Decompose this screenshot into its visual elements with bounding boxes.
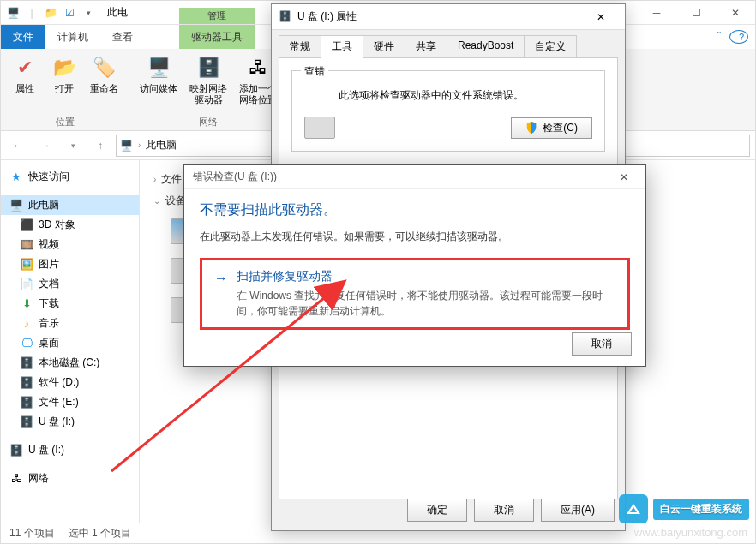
nav-videos[interactable]: 🎞️视频 [1,235,139,254]
nav-desktop[interactable]: 🖵桌面 [1,333,139,353]
nav-pictures[interactable]: 🖼️图片 [1,254,139,274]
nav-network[interactable]: 🖧网络 [1,469,139,488]
tab-computer[interactable]: 计算机 [45,25,100,49]
pc-icon: 🖥️ [9,199,23,212]
maximize-button[interactable]: ☐ [676,1,716,25]
rename-button[interactable]: 🏷️重命名 [87,52,122,96]
map-drive-button[interactable]: 🗄️映射网络 驱动器 [186,52,231,107]
network-icon: 🖧 [9,472,23,486]
star-icon: ★ [9,170,23,184]
close-button[interactable]: ✕ [716,1,755,25]
quick-access-toolbar: 🖥️ | 📁 ☑ ▾ [1,4,100,21]
error-description: 在此驱动器上未发现任何错误。如果需要，可以继续扫描该驱动器。 [200,230,630,244]
status-selected: 选中 1 个项目 [69,526,131,541]
error-check-dialog: 错误检查(U 盘 (I:)) ✕ 不需要扫描此驱动器。 在此驱动器上未发现任何错… [183,164,646,367]
map-drive-icon: 🗄️ [195,54,222,81]
harddisk-icon [304,117,335,139]
dialog-tabs: 常规 工具 硬件 共享 ReadyBoost 自定义 [272,30,625,58]
help-icon[interactable]: ? [729,30,748,44]
rename-icon: 🏷️ [91,54,118,81]
nav-usb-i[interactable]: 🗄️U 盘 (I:) [1,412,139,432]
error-heading: 不需要扫描此驱动器。 [200,201,630,219]
scan-repair-option[interactable]: → 扫描并修复驱动器 在 Windows 查找并修复任何错误时，将不能使用驱动器… [200,258,630,330]
pc-icon: 🖥️ [120,140,133,152]
drive-icon: 🗄️ [20,396,33,409]
drive-icon: 🗄️ [20,376,33,390]
properties-button[interactable]: ✔属性 [8,52,42,96]
cancel-button[interactable]: 取消 [474,499,534,522]
nav-downloads[interactable]: ⬇下载 [1,294,139,314]
dialog-title: U 盘 (I:) 属性 [297,9,584,24]
properties-icon: ✔ [11,54,39,81]
watermark: 白云一键重装系统 [619,494,749,523]
nav-doc-e[interactable]: 🗄️文件 (E:) [1,392,139,412]
minimize-button[interactable]: ─ [637,1,676,25]
group-label-network: 网络 [136,114,280,129]
open-button[interactable]: 📂打开 [47,52,81,96]
media-icon: 🖥️ [145,54,172,81]
usb-icon: 🗄️ [20,415,33,429]
nav-usb-i-2[interactable]: 🗄️U 盘 (I:) [1,440,139,460]
desktop-icon: 🖵 [20,337,33,350]
nav-3d-objects[interactable]: ⬛3D 对象 [1,215,139,235]
drive-small-icon: 🗄️ [279,10,292,24]
status-item-count: 11 个项目 [9,526,55,541]
shield-icon [525,122,537,134]
error-dialog-title: 错误检查(U 盘 (I:)) [193,170,277,184]
check-button[interactable]: 检查(C) [511,117,592,139]
qat-sep-icon: | [23,4,40,21]
media-button[interactable]: 🖥️访问媒体 [136,52,181,96]
apply-button[interactable]: 应用(A) [541,499,615,522]
nav-music[interactable]: ♪音乐 [1,314,139,333]
error-dialog-close[interactable]: ✕ [611,171,637,183]
error-check-fieldset: 查错 此选项将检查驱动器中的文件系统错误。 检查(C) [291,70,605,152]
chevron-right-icon: › [153,175,156,184]
cube-icon: ⬛ [20,218,33,232]
tab-drive-tools[interactable]: 驱动器工具 [179,25,255,49]
nav-soft-d[interactable]: 🗄️软件 (D:) [1,373,139,392]
nav-local-c[interactable]: 🗄️本地磁盘 (C:) [1,353,139,373]
folder-icon[interactable]: 📁 [42,4,59,21]
tab-tools[interactable]: 工具 [321,35,363,58]
watermark-url: www.baiyunxitong.com [634,526,747,539]
tab-view[interactable]: 查看 [100,25,145,49]
usb-icon: 🗄️ [9,444,23,457]
picture-icon: 🖼️ [20,258,33,272]
ribbon-collapse-icon[interactable]: ˇ [709,25,729,49]
nav-documents[interactable]: 📄文档 [1,274,139,294]
drive-icon: 🗄️ [20,356,33,370]
tab-general[interactable]: 常规 [279,35,321,58]
breadcrumb-thispc[interactable]: 此电脑 [146,138,177,152]
watermark-logo-icon [619,494,648,523]
dropdown-icon[interactable]: ▾ [80,4,97,21]
nav-quick-access[interactable]: ★快速访问 [1,167,139,187]
tab-hardware[interactable]: 硬件 [363,35,405,58]
recent-button[interactable]: ▾ [61,135,85,157]
tab-custom[interactable]: 自定义 [524,35,577,58]
dialog-titlebar: 🗄️ U 盘 (I:) 属性 ✕ [272,4,625,30]
tab-file[interactable]: 文件 [1,25,45,49]
ribbon-group-network: 🖥️访问媒体 🗄️映射网络 驱动器 🖧添加一个 网络位置 网络 [129,49,288,130]
open-icon: 📂 [51,54,78,81]
nav-this-pc[interactable]: 🖥️此电脑 [1,195,139,215]
ok-button[interactable]: 确定 [407,499,467,522]
video-icon: 🎞️ [20,238,33,252]
up-button[interactable]: ↑ [88,135,112,157]
error-dialog-titlebar: 错误检查(U 盘 (I:)) ✕ [184,165,645,189]
error-cancel-button[interactable]: 取消 [572,332,632,356]
tab-sharing[interactable]: 共享 [405,35,447,58]
ribbon-group-location: ✔属性 📂打开 🏷️重命名 位置 [1,49,129,130]
download-icon: ⬇ [20,297,33,311]
add-netloc-icon: 🖧 [244,54,272,81]
error-dialog-body: 不需要扫描此驱动器。 在此驱动器上未发现任何错误。如果需要，可以继续扫描该驱动器… [184,189,645,342]
dialog-close-button[interactable]: ✕ [584,5,618,29]
tab-readyboost[interactable]: ReadyBoost [447,35,525,58]
back-button[interactable]: ← [6,135,30,157]
arrow-right-icon: → [214,269,228,319]
scan-title: 扫描并修复驱动器 [237,269,615,284]
check-icon[interactable]: ☑ [61,4,78,21]
document-icon: 📄 [20,278,33,291]
error-check-desc: 此选项将检查驱动器中的文件系统错误。 [339,88,592,103]
nav-pane: ★快速访问 🖥️此电脑 ⬛3D 对象 🎞️视频 🖼️图片 📄文档 ⬇下载 ♪音乐… [1,160,140,523]
forward-button[interactable]: → [33,135,57,157]
